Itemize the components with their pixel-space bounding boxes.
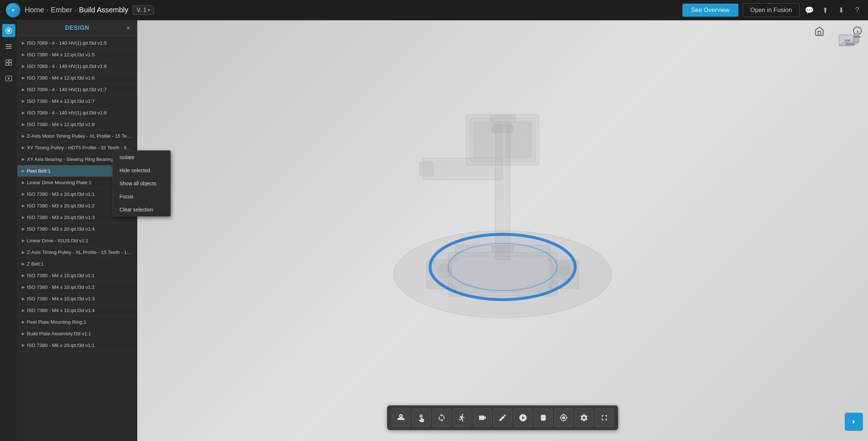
item-label: Build Plate Assembly.f3d v1:1 bbox=[27, 331, 133, 336]
record-tool[interactable] bbox=[554, 408, 573, 427]
download-icon[interactable]: ⬇ bbox=[836, 6, 846, 15]
svg-point-35 bbox=[454, 257, 457, 261]
context-menu-focus[interactable]: Focus bbox=[113, 190, 170, 203]
context-menu-show[interactable]: Show all objects bbox=[113, 177, 170, 190]
home-view-icon[interactable] bbox=[814, 26, 824, 39]
see-overview-button[interactable]: See Overview bbox=[682, 4, 738, 17]
svg-point-2 bbox=[7, 29, 10, 32]
list-item[interactable]: ▶ ISO 7089 - 4 - 140 HV(1).ipt.f3d v1:5 bbox=[17, 37, 137, 49]
panel-title: DESIGN bbox=[65, 25, 89, 31]
breadcrumb-sep1: › bbox=[46, 6, 49, 14]
list-item[interactable]: ▶ ISO 7380 - M4 x 10.ipt.f3d v1:2 bbox=[17, 282, 137, 293]
select-tool[interactable] bbox=[392, 408, 410, 427]
app-logo[interactable] bbox=[6, 3, 20, 17]
sidebar-icon-rail bbox=[0, 20, 17, 441]
list-item[interactable]: ▶ Linear Drive - IGUS.f3d v1:1 bbox=[17, 235, 137, 247]
sidebar-icon-parts[interactable] bbox=[2, 40, 15, 53]
section-tool[interactable] bbox=[534, 408, 553, 427]
breadcrumb-current: Build Assembly bbox=[79, 6, 129, 14]
expand-arrow: ▶ bbox=[22, 157, 25, 162]
item-label: ISO 7380 - M3 x 20.ipt.f3d v1:4 bbox=[27, 226, 133, 232]
expand-arrow: ▶ bbox=[22, 41, 25, 45]
expand-arrow: ▶ bbox=[22, 134, 25, 138]
panel-header: DESIGN × bbox=[17, 20, 137, 36]
item-label: ISO 7089 - 4 - 140 HV(1).ipt.f3d v1:8 bbox=[27, 110, 133, 116]
design-panel: DESIGN × ▶ ISO 7089 - 4 - 140 HV(1).ipt.… bbox=[17, 20, 137, 441]
list-item[interactable]: ▶ ISO 7380 - M4 x 12.ipt.f3d v1:6 bbox=[17, 72, 137, 84]
expand-arrow: ▶ bbox=[22, 285, 25, 290]
sidebar-icon-view[interactable] bbox=[2, 56, 15, 69]
list-item[interactable]: ▶ ISO 7089 - 4 - 140 HV(1).ipt.f3d v1:8 bbox=[17, 107, 137, 119]
topnav: Home › Ember › Build Assembly V. 1 See O… bbox=[0, 0, 868, 20]
svg-rect-3 bbox=[6, 44, 12, 45]
expand-arrow: ▶ bbox=[22, 238, 25, 243]
panel-close-button[interactable]: × bbox=[124, 24, 133, 32]
list-item[interactable]: ▶ ISO 7380 - M3 x 20.ipt.f3d v1:4 bbox=[17, 223, 137, 235]
list-item[interactable]: ▶ Build Plate Assembly.f3d v1:1 bbox=[17, 328, 137, 340]
main-layout: DESIGN × ▶ ISO 7089 - 4 - 140 HV(1).ipt.… bbox=[0, 20, 868, 441]
orbit-tool[interactable] bbox=[432, 408, 451, 427]
expand-arrow: ▶ bbox=[22, 180, 25, 185]
list-item[interactable]: ▶ ISO 7089 - 4 - 140 HV(1).ipt.f3d v1:7 bbox=[17, 84, 137, 96]
list-item[interactable]: ▶ Z-Axis Motor Timing Pulley - XL Profil… bbox=[17, 130, 137, 142]
list-item[interactable]: ▶ ISO 7380 - M4 x 10.ipt.f3d v1:1 bbox=[17, 270, 137, 282]
breadcrumb-sep2: › bbox=[74, 6, 77, 14]
svg-rect-26 bbox=[490, 114, 515, 122]
item-label: ISO 7089 - 4 - 140 HV(1).ipt.f3d v1:7 bbox=[27, 87, 133, 92]
list-item[interactable]: ▶ ISO 7380 - M4 x 12.ipt.f3d v1:8 bbox=[17, 119, 137, 130]
list-item[interactable]: ▶ ISO 7380 - M4 x 12.ipt.f3d v1:5 bbox=[17, 49, 137, 61]
bottom-toolbar bbox=[387, 405, 618, 430]
pan-tool[interactable] bbox=[412, 408, 431, 427]
context-menu-hide[interactable]: Hide selected bbox=[113, 164, 170, 177]
context-menu-isolate[interactable]: Isolate bbox=[113, 151, 170, 164]
breadcrumb-ember[interactable]: Ember bbox=[51, 6, 72, 14]
list-item[interactable]: ▶ Z Belt:1 bbox=[17, 258, 137, 270]
list-item[interactable]: ▶ ISO 7380 - M4 x 10.ipt.f3d v1:4 bbox=[17, 305, 137, 316]
model-3d bbox=[137, 20, 868, 441]
measure-tool[interactable] bbox=[493, 408, 512, 427]
view-cube[interactable]: TOP RIGHT FRONT bbox=[832, 28, 861, 57]
open-fusion-button[interactable]: Open in Fusion bbox=[743, 3, 800, 17]
svg-point-33 bbox=[559, 265, 570, 276]
expand-arrow: ▶ bbox=[22, 122, 25, 127]
expand-arrow: ▶ bbox=[22, 192, 25, 197]
list-item[interactable]: ▶ Peel Plate Mounting Ring:1 bbox=[17, 316, 137, 328]
settings-tool[interactable] bbox=[575, 408, 593, 427]
expand-arrow: ▶ bbox=[22, 110, 25, 115]
item-label: ISO 7089 - 4 - 140 HV(1).ipt.f3d v1:6 bbox=[27, 64, 133, 69]
walk-tool[interactable] bbox=[453, 408, 471, 427]
expand-arrow: ▶ bbox=[22, 76, 25, 80]
svg-rect-23 bbox=[474, 122, 503, 158]
expand-button[interactable] bbox=[845, 413, 863, 431]
version-selector[interactable]: V. 1 bbox=[133, 5, 154, 15]
svg-rect-5 bbox=[6, 48, 12, 49]
list-item[interactable]: ▶ Z-Axis Timing Pulley - XL Profile - 15… bbox=[17, 247, 137, 258]
share-icon[interactable]: ⬆ bbox=[820, 6, 830, 15]
list-item[interactable]: ▶ ISO 7380 - M4 x 12.ipt.f3d v1:7 bbox=[17, 96, 137, 107]
item-label: ISO 7380 - M4 x 10.ipt.f3d v1:1 bbox=[27, 273, 133, 278]
list-item[interactable]: ▶ ISO 7380 - M4 x 10.ipt.f3d v1:3 bbox=[17, 293, 137, 305]
item-label: ISO 7380 - M4 x 10.ipt.f3d v1:3 bbox=[27, 296, 133, 302]
camera-tool[interactable] bbox=[473, 408, 492, 427]
list-item[interactable]: ▶ ISO 7089 - 4 - 140 HV(1).ipt.f3d v1:6 bbox=[17, 61, 137, 72]
svg-point-34 bbox=[437, 263, 452, 278]
breadcrumb-home[interactable]: Home bbox=[25, 6, 44, 14]
svg-text:FRONT: FRONT bbox=[845, 43, 855, 45]
sidebar-icon-design[interactable] bbox=[2, 24, 15, 37]
expand-arrow: ▶ bbox=[22, 343, 25, 348]
fullscreen-tool[interactable] bbox=[595, 408, 614, 427]
sidebar-icon-media[interactable] bbox=[2, 72, 15, 85]
viewport[interactable]: TOP RIGHT FRONT bbox=[137, 20, 868, 441]
explode-tool[interactable] bbox=[514, 408, 532, 427]
expand-arrow: ▶ bbox=[22, 308, 25, 313]
help-icon[interactable]: ? bbox=[852, 6, 862, 14]
chat-icon[interactable]: 💬 bbox=[804, 6, 814, 15]
list-item[interactable]: ▶ ISO 7380 - M6 x 20.ipt.f3d v1:1 bbox=[17, 340, 137, 351]
svg-text:RIGHT: RIGHT bbox=[854, 36, 861, 38]
expand-arrow: ▶ bbox=[22, 87, 25, 92]
context-menu-clear[interactable]: Clear selection bbox=[113, 203, 170, 216]
parts-list: ▶ ISO 7089 - 4 - 140 HV(1).ipt.f3d v1:5▶… bbox=[17, 36, 137, 441]
expand-arrow: ▶ bbox=[22, 296, 25, 301]
expand-arrow: ▶ bbox=[22, 227, 25, 231]
expand-arrow: ▶ bbox=[22, 145, 25, 150]
